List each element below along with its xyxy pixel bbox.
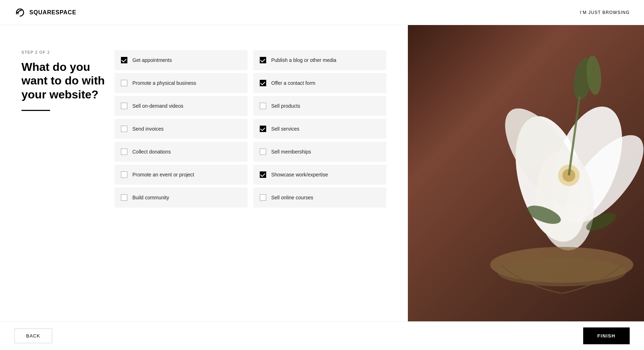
checkbox-label-sell-products: Sell products — [271, 103, 300, 109]
checkbox-box-send-invoices — [121, 126, 127, 132]
checkbox-label-sell-services: Sell services — [271, 126, 299, 132]
checkbox-item-offer-contact-form[interactable]: Offer a contact form — [253, 73, 386, 93]
checkbox-item-sell-on-demand-videos[interactable]: Sell on-demand videos — [114, 96, 248, 116]
checkbox-box-sell-services — [260, 126, 266, 132]
checkbox-box-collect-donations — [121, 149, 127, 155]
checkbox-box-showcase-work — [260, 171, 266, 178]
checkbox-label-publish-blog: Publish a blog or other media — [271, 57, 336, 63]
step-label: STEP 2 OF 2 — [21, 50, 114, 54]
checkbox-item-sell-services[interactable]: Sell services — [253, 119, 386, 139]
checkboxes-area: Get appointmentsPromote a physical busin… — [114, 47, 386, 321]
checkbox-box-get-appointments — [121, 57, 127, 63]
bottom-bar: BACK FINISH — [0, 321, 644, 350]
sidebar: STEP 2 OF 2 What do you want to do with … — [21, 47, 114, 321]
checkbox-box-promote-physical-business — [121, 80, 127, 86]
checkbox-item-sell-online-courses[interactable]: Sell online courses — [253, 188, 386, 208]
right-checkbox-column: Publish a blog or other mediaOffer a con… — [253, 50, 386, 321]
checkbox-item-promote-physical-business[interactable]: Promote a physical business — [114, 73, 248, 93]
checkbox-label-sell-online-courses: Sell online courses — [271, 195, 313, 200]
checkbox-label-showcase-work: Showcase work/expertise — [271, 172, 328, 178]
checkbox-item-promote-event-project[interactable]: Promote an event or project — [114, 165, 248, 185]
squarespace-logo-icon — [14, 7, 26, 18]
checkbox-box-sell-memberships — [260, 149, 266, 155]
back-button[interactable]: BACK — [14, 329, 52, 343]
checkbox-box-publish-blog — [260, 57, 266, 63]
progress-bar — [21, 110, 50, 111]
checkbox-item-showcase-work[interactable]: Showcase work/expertise — [253, 165, 386, 185]
checkbox-label-build-community: Build community — [132, 195, 169, 200]
checkbox-item-publish-blog[interactable]: Publish a blog or other media — [253, 50, 386, 70]
checkbox-box-promote-event-project — [121, 171, 127, 178]
left-panel: STEP 2 OF 2 What do you want to do with … — [0, 25, 408, 321]
logo-text: SQUARESPACE — [29, 9, 76, 16]
finish-button[interactable]: FINISH — [583, 327, 630, 344]
checkbox-item-sell-products[interactable]: Sell products — [253, 96, 386, 116]
checkbox-label-promote-event-project: Promote an event or project — [132, 172, 194, 178]
left-checkbox-column: Get appointmentsPromote a physical busin… — [114, 50, 248, 321]
checkbox-item-sell-memberships[interactable]: Sell memberships — [253, 142, 386, 162]
logo: SQUARESPACE — [14, 7, 76, 18]
checkbox-box-sell-online-courses — [260, 194, 266, 201]
checkbox-item-send-invoices[interactable]: Send invoices — [114, 119, 248, 139]
page-title: What do you want to do with your website… — [21, 60, 114, 101]
checkbox-box-sell-products — [260, 103, 266, 109]
checkbox-label-promote-physical-business: Promote a physical business — [132, 80, 196, 86]
checkbox-box-sell-on-demand-videos — [121, 103, 127, 109]
checkbox-item-get-appointments[interactable]: Get appointments — [114, 50, 248, 70]
checkbox-label-send-invoices: Send invoices — [132, 126, 164, 132]
checkbox-label-sell-memberships: Sell memberships — [271, 149, 311, 155]
checkbox-label-sell-on-demand-videos: Sell on-demand videos — [132, 103, 183, 109]
background-image — [408, 25, 644, 321]
main-content: STEP 2 OF 2 What do you want to do with … — [0, 25, 644, 321]
svg-point-12 — [497, 258, 626, 286]
checkbox-item-build-community[interactable]: Build community — [114, 188, 248, 208]
checkbox-item-collect-donations[interactable]: Collect donations — [114, 142, 248, 162]
checkbox-label-offer-contact-form: Offer a contact form — [271, 80, 315, 86]
flower-decoration — [472, 43, 644, 293]
right-panel — [408, 25, 644, 321]
progress-fill — [21, 110, 50, 111]
checkbox-box-build-community — [121, 194, 127, 201]
checkbox-label-get-appointments: Get appointments — [132, 57, 172, 63]
checkbox-box-offer-contact-form — [260, 80, 266, 86]
browsing-link[interactable]: I'M JUST BROWSING — [580, 10, 630, 15]
top-bar: SQUARESPACE I'M JUST BROWSING — [0, 0, 644, 25]
checkbox-label-collect-donations: Collect donations — [132, 149, 171, 155]
